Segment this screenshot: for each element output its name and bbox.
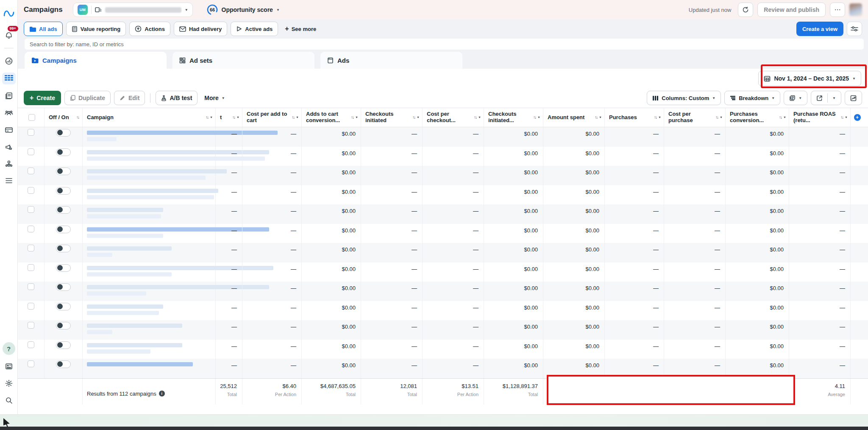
add-column-button[interactable]: + — [854, 114, 861, 121]
charts-button[interactable] — [845, 91, 862, 105]
campaign-toggle[interactable] — [56, 187, 71, 195]
campaign-name-cell[interactable] — [83, 166, 216, 185]
chevron-down-icon[interactable]: ▼ — [599, 116, 602, 119]
column-header-purchase-roas-retu[interactable]: Purchase ROAS (retu...↑↓▼ — [789, 108, 851, 127]
column-header-purchases-conversion[interactable]: Purchases conversion...↑↓▼ — [726, 108, 789, 127]
campaign-name-cell[interactable] — [83, 243, 216, 262]
campaign-toggle[interactable] — [56, 168, 71, 175]
settings-gear-icon[interactable] — [3, 378, 14, 389]
select-all-checkbox[interactable] — [28, 114, 35, 121]
row-checkbox[interactable] — [28, 168, 34, 174]
tab-campaigns[interactable]: Campaigns — [25, 52, 167, 69]
filter-chip-had-delivery[interactable]: Had delivery — [174, 22, 227, 36]
sort-arrows-icon[interactable]: ↑↓ — [351, 115, 353, 120]
date-range-picker[interactable]: Nov 1, 2024 – Dec 31, 2025 ▼ — [758, 71, 861, 86]
search-sidebar-icon[interactable] — [3, 395, 14, 406]
notifications-bell-icon[interactable]: 99+ — [3, 30, 14, 41]
sort-arrows-icon[interactable]: ↑↓ — [412, 115, 415, 120]
campaign-name-cell[interactable] — [83, 185, 216, 205]
sort-arrows-icon[interactable]: ↑↓ — [840, 115, 843, 120]
sort-arrows-icon[interactable]: ↑↓ — [533, 115, 536, 120]
view-settings-button[interactable] — [847, 22, 862, 36]
sort-arrows-icon[interactable]: ↑↓ — [76, 115, 79, 120]
column-header-amount-spent[interactable]: Amount spent↑↓▼ — [543, 108, 605, 127]
chevron-down-icon[interactable]: ▼ — [537, 116, 540, 119]
chevron-down-icon[interactable]: ▼ — [658, 116, 661, 119]
row-checkbox[interactable] — [28, 226, 34, 232]
all-tools-menu-icon[interactable] — [3, 175, 14, 186]
campaign-toggle[interactable] — [56, 226, 71, 233]
sort-arrows-icon[interactable]: ↑↓ — [206, 115, 208, 120]
column-header-t[interactable]: t↑↓▼ — [216, 108, 242, 127]
campaign-toggle[interactable] — [56, 129, 71, 137]
help-icon[interactable]: ? — [3, 342, 15, 355]
sort-arrows-icon[interactable]: ↑↓ — [292, 115, 294, 120]
chevron-down-icon[interactable]: ▼ — [210, 116, 213, 119]
row-checkbox[interactable] — [28, 129, 34, 136]
chevron-down-icon[interactable]: ▼ — [355, 116, 358, 119]
column-header-purchases[interactable]: Purchases↑↓▼ — [605, 108, 664, 127]
campaign-name-cell[interactable] — [83, 301, 216, 321]
row-checkbox[interactable] — [28, 245, 34, 251]
create-a-view-button[interactable]: Create a view — [796, 22, 843, 36]
campaign-toggle[interactable] — [56, 206, 71, 214]
row-checkbox[interactable] — [28, 341, 34, 348]
info-icon[interactable]: i — [159, 391, 165, 396]
campaign-toggle[interactable] — [56, 264, 71, 272]
campaign-toggle[interactable] — [56, 322, 71, 329]
column-header-campaign[interactable]: Campaign↑↓▼ — [83, 108, 216, 127]
campaign-toggle[interactable] — [56, 283, 71, 291]
audiences-icon[interactable] — [3, 107, 14, 118]
business-assets-icon[interactable] — [3, 158, 14, 169]
row-checkbox[interactable] — [28, 206, 34, 213]
search-input[interactable] — [25, 39, 864, 50]
filter-chip-all-ads[interactable]: All ads — [24, 22, 63, 36]
campaign-name-cell[interactable] — [83, 282, 216, 301]
campaign-name-cell[interactable] — [83, 359, 216, 378]
sort-arrows-icon[interactable]: ↑↓ — [595, 115, 597, 120]
sort-arrows-icon[interactable]: ↑↓ — [232, 115, 235, 120]
whats-new-icon[interactable] — [3, 361, 14, 372]
more-options-button[interactable]: ⋯ — [830, 3, 845, 17]
sort-arrows-icon[interactable]: ↑↓ — [779, 115, 782, 120]
campaign-toggle[interactable] — [56, 245, 71, 252]
sort-arrows-icon[interactable]: ↑↓ — [474, 115, 476, 120]
filter-chip-active-ads[interactable]: Active ads — [231, 22, 278, 36]
filter-chip-actions[interactable]: Actions — [129, 22, 170, 36]
column-header-checkouts-initiated[interactable]: Checkouts initiated↑↓▼ — [361, 108, 423, 127]
opportunity-score[interactable]: 66 Opportunity score ▼ — [206, 4, 280, 16]
meta-logo-icon[interactable] — [3, 8, 14, 19]
row-checkbox[interactable] — [28, 283, 34, 290]
chevron-down-icon[interactable]: ▼ — [720, 116, 723, 119]
billing-icon[interactable] — [3, 124, 14, 135]
see-more-button[interactable]: + See more — [285, 25, 316, 33]
column-header-off-on[interactable]: Off / On↑↓ — [45, 108, 83, 127]
tab-ad-sets[interactable]: Ad sets — [172, 52, 314, 69]
columns-button[interactable]: Columns: Custom▼ — [647, 91, 721, 105]
row-checkbox[interactable] — [28, 264, 34, 271]
create-button[interactable]: + Create — [24, 91, 61, 105]
user-avatar[interactable] — [849, 3, 862, 16]
chevron-down-icon[interactable]: ▼ — [417, 116, 420, 119]
campaign-name-cell[interactable] — [83, 127, 216, 147]
sort-arrows-icon[interactable]: ↑↓ — [715, 115, 718, 120]
campaign-name-cell[interactable] — [83, 320, 216, 340]
ads-reporting-icon[interactable] — [3, 90, 14, 101]
breakdown-button[interactable]: Breakdown▼ — [724, 91, 780, 105]
row-checkbox[interactable] — [28, 360, 34, 367]
campaign-name-cell[interactable] — [83, 147, 216, 166]
account-selector[interactable]: UM ▼ — [73, 3, 193, 17]
chevron-down-icon[interactable]: ▼ — [783, 116, 786, 119]
sort-arrows-icon[interactable]: ↑↓ — [654, 115, 657, 120]
campaign-name-cell[interactable] — [83, 262, 216, 282]
ad-settings-icon[interactable] — [3, 141, 14, 152]
row-checkbox[interactable] — [28, 148, 34, 155]
column-header-adds-to-cart-conversion[interactable]: Adds to cart conversion...↑↓▼ — [302, 108, 361, 127]
refresh-button[interactable] — [738, 3, 753, 17]
account-overview-icon[interactable] — [3, 56, 14, 67]
chevron-down-icon[interactable]: ▼ — [296, 116, 299, 119]
campaign-toggle[interactable] — [56, 360, 71, 368]
column-header-cost-per-add-to-cart[interactable]: Cost per add to cart↑↓▼ — [242, 108, 302, 127]
campaign-toggle[interactable] — [56, 341, 71, 349]
review-publish-button[interactable]: Review and publish — [757, 3, 826, 17]
